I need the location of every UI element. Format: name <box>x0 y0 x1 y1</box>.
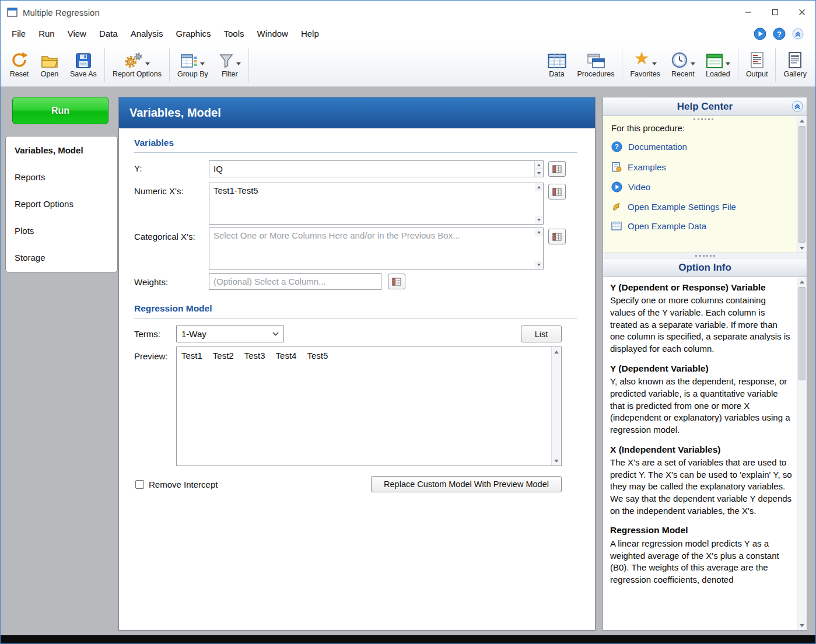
help-link-examples[interactable]: Examples <box>610 157 797 177</box>
scroll-down-icon[interactable] <box>535 216 543 224</box>
toolbar-recent-button[interactable]: Recent <box>666 44 701 86</box>
toolbar-button-label: Filter <box>222 70 238 78</box>
list-button[interactable]: List <box>521 326 562 342</box>
terms-select[interactable]: 1-Way <box>176 326 284 342</box>
maximize-button[interactable] <box>762 1 789 24</box>
categorical-x-input[interactable] <box>209 228 544 270</box>
preview-label: Preview: <box>134 351 168 361</box>
dropdown-arrow-icon[interactable] <box>200 62 205 65</box>
scrollbar-thumb[interactable] <box>799 287 806 380</box>
column-picker-icon <box>392 278 401 286</box>
toolbar-button-label: Procedures <box>577 70 615 78</box>
menu-help[interactable]: Help <box>295 24 325 44</box>
option-info-paragraph: A linear regression model predicts Y as … <box>610 538 792 586</box>
scroll-up-icon[interactable] <box>797 277 807 286</box>
tab-report-options[interactable]: Report Options <box>6 191 117 218</box>
help-intro: For this procedure: <box>611 123 797 133</box>
dropdown-arrow-icon[interactable] <box>145 62 150 65</box>
close-button[interactable] <box>789 1 815 24</box>
help-link-open-example-settings[interactable]: Open Example Settings File <box>610 197 797 216</box>
spinner-down-icon[interactable] <box>535 169 543 177</box>
scroll-down-icon[interactable] <box>535 261 543 269</box>
toolbar-button-label: Gallery <box>783 70 807 78</box>
run-play-icon[interactable] <box>754 27 766 40</box>
weights-input[interactable] <box>209 273 381 290</box>
y-column-picker-button[interactable] <box>548 161 566 177</box>
toolbar-filter-button[interactable]: Filter <box>213 44 246 86</box>
spinner-up-icon[interactable] <box>535 161 543 169</box>
help-scrollbar[interactable] <box>797 116 807 253</box>
toolbar-gallery-button[interactable]: Gallery <box>778 44 812 86</box>
star-icon: ★ <box>634 50 650 67</box>
scroll-up-icon[interactable] <box>552 347 561 356</box>
tab-variables-model[interactable]: Variables, Model <box>6 137 117 164</box>
app-window: Multiple Regression File Run View Data A… <box>0 0 816 644</box>
toolbar-data-button[interactable]: Data <box>542 44 572 86</box>
toolbar-group-by-button[interactable]: Group By <box>172 44 213 86</box>
preview-scrollbar[interactable] <box>551 347 561 466</box>
menu-analysis[interactable]: Analysis <box>124 24 170 44</box>
toolbar-reset-button[interactable]: Reset <box>4 44 34 86</box>
dropdown-arrow-icon[interactable] <box>236 62 241 65</box>
categorical-x-column-picker-button[interactable] <box>548 229 566 244</box>
toolbar-button-label: Save As <box>70 70 97 78</box>
background-window-sliver <box>1 635 815 643</box>
settings-tabs: Variables, Model Reports Report Options … <box>5 136 118 272</box>
scroll-up-icon[interactable] <box>535 228 543 236</box>
menu-window[interactable]: Window <box>251 24 295 44</box>
help-center-title: Help Center <box>677 101 733 113</box>
save-icon <box>75 52 92 69</box>
toolbar-button-label: Loaded <box>706 70 730 78</box>
collapse-help-icon[interactable] <box>792 100 803 112</box>
help-link-open-example-data[interactable]: Open Example Data <box>610 216 797 236</box>
menu-graphics[interactable]: Graphics <box>170 24 218 44</box>
tab-reports[interactable]: Reports <box>6 164 117 191</box>
remove-intercept-checkbox[interactable] <box>135 480 144 489</box>
scroll-down-icon[interactable] <box>552 456 561 466</box>
model-preview-box[interactable]: Test1 Test2 Test3 Test4 Test5 <box>176 346 562 466</box>
dropdown-arrow-icon[interactable] <box>652 62 657 65</box>
y-spinner[interactable] <box>534 161 543 177</box>
help-icon[interactable]: ? <box>773 27 786 40</box>
scroll-down-icon[interactable] <box>797 243 807 253</box>
scroll-down-icon[interactable] <box>797 621 807 630</box>
dropdown-arrow-icon[interactable] <box>726 62 730 65</box>
toolbar-loaded-button[interactable]: Loaded <box>701 44 736 86</box>
collapse-ribbon-icon[interactable] <box>792 28 804 40</box>
dropdown-arrow-icon[interactable] <box>691 62 695 65</box>
numeric-x-input[interactable]: Test1-Test5 <box>209 183 544 225</box>
option-info-scrollbar[interactable] <box>797 277 807 630</box>
scrollbar-thumb[interactable] <box>799 126 806 243</box>
run-button[interactable]: Run <box>12 97 108 124</box>
minimize-button[interactable] <box>735 1 762 24</box>
toolbar-output-button[interactable]: Output <box>741 44 773 86</box>
tab-storage[interactable]: Storage <box>6 244 117 271</box>
y-input[interactable] <box>209 160 544 177</box>
weights-column-picker-button[interactable] <box>388 274 405 289</box>
option-info-paragraph: The X's are a set of variables that are … <box>610 457 792 517</box>
toolbar-open-button[interactable]: Open <box>34 44 65 86</box>
preview-term: Test3 <box>244 351 265 360</box>
help-link-documentation[interactable]: ? Documentation <box>610 136 797 157</box>
scroll-up-icon[interactable] <box>535 183 543 191</box>
toolbar-favorites-button[interactable]: ★ Favorites <box>625 44 665 86</box>
menu-file[interactable]: File <box>5 24 32 44</box>
menu-tools[interactable]: Tools <box>218 24 251 44</box>
gallery-page-icon <box>787 51 803 69</box>
splitter-handle[interactable] <box>610 116 797 122</box>
group-by-icon <box>180 53 198 69</box>
help-link-video[interactable]: Video <box>610 177 797 197</box>
menu-run[interactable]: Run <box>32 24 61 44</box>
scroll-up-icon[interactable] <box>797 116 807 125</box>
menu-data[interactable]: Data <box>93 24 124 44</box>
numeric-x-column-picker-button[interactable] <box>548 184 566 200</box>
y-field-wrap <box>209 160 544 177</box>
menu-view[interactable]: View <box>61 24 93 44</box>
toolbar-report-options-button[interactable]: Report Options <box>107 44 167 86</box>
toolbar-saveas-button[interactable]: Save As <box>65 44 102 86</box>
svg-text:?: ? <box>777 30 782 38</box>
toolbar-procedures-button[interactable]: Procedures <box>572 44 620 86</box>
tab-plots[interactable]: Plots <box>6 218 117 244</box>
replace-custom-model-button[interactable]: Replace Custom Model With Preview Model <box>371 476 562 492</box>
panel-splitter[interactable] <box>603 253 807 258</box>
